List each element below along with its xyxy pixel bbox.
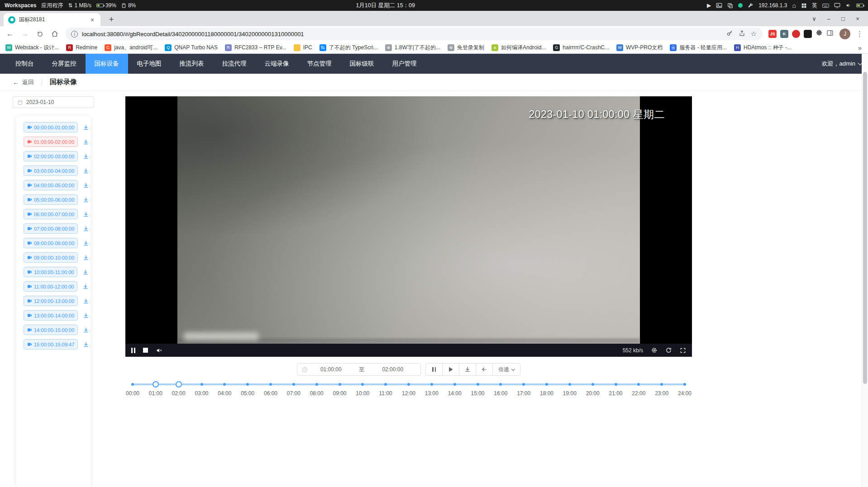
download-button[interactable] bbox=[459, 363, 476, 376]
bookmark-item-3[interactable]: QQNAP Turbo NAS bbox=[165, 44, 218, 51]
timeline-stop-dot-23[interactable] bbox=[660, 383, 663, 386]
wrench-icon[interactable] bbox=[748, 3, 754, 9]
page-scrollbar[interactable] bbox=[862, 54, 868, 487]
browser-home-icon[interactable] bbox=[50, 30, 59, 38]
fullscreen-icon[interactable] bbox=[680, 347, 686, 354]
timeline-handle-end[interactable] bbox=[176, 381, 182, 388]
segment-button-7[interactable]: 07:00:00-08:00:00 bbox=[24, 223, 78, 234]
timeline-stop-dot-19[interactable] bbox=[568, 383, 571, 386]
bookmark-item-0[interactable]: WWebstack - 设计... bbox=[5, 44, 59, 52]
segment-download-icon[interactable] bbox=[83, 327, 89, 333]
bookmark-item-5[interactable]: IPC bbox=[294, 44, 312, 51]
range-start-value[interactable]: 01:00:00 bbox=[308, 366, 354, 373]
tab-search-icon[interactable]: ∨ bbox=[807, 15, 821, 22]
rewind-button[interactable] bbox=[476, 363, 493, 376]
nav-item-0[interactable]: 控制台 bbox=[6, 54, 43, 74]
segment-button-3[interactable]: 03:00:00-04:00:00 bbox=[24, 165, 78, 176]
bookmark-item-6[interactable]: 知了不起的 TypeScri... bbox=[320, 44, 378, 52]
timeline-stop-dot-8[interactable] bbox=[315, 383, 318, 386]
scrollbar-thumb[interactable] bbox=[863, 72, 867, 384]
window-minimize-button[interactable]: – bbox=[822, 15, 835, 22]
segment-download-icon[interactable] bbox=[83, 168, 89, 174]
password-key-icon[interactable] bbox=[726, 30, 733, 38]
timeline-stop-dot-12[interactable] bbox=[407, 383, 410, 386]
segment-download-icon[interactable] bbox=[83, 255, 89, 261]
browser-forward-icon[interactable]: → bbox=[20, 30, 29, 38]
timeline-stop-dot-14[interactable] bbox=[453, 383, 456, 386]
volume-icon[interactable] bbox=[845, 3, 851, 8]
segment-button-12[interactable]: 12:00:00-13:00:00 bbox=[24, 296, 78, 306]
timeline-stop-dot-16[interactable] bbox=[499, 383, 502, 386]
clipboard-icon[interactable] bbox=[727, 3, 733, 9]
bookmark-item-13[interactable]: HHDAtmos :: 种子 -... bbox=[734, 44, 792, 52]
applications-menu[interactable]: 应用程序 bbox=[41, 2, 63, 9]
segment-download-icon[interactable] bbox=[83, 182, 89, 189]
extension-icon[interactable]: K bbox=[780, 30, 788, 38]
segment-button-1[interactable]: 01:00:00-02:00:00 bbox=[24, 137, 78, 147]
profile-avatar[interactable]: J bbox=[839, 28, 850, 39]
input-language-indicator[interactable]: 英 bbox=[812, 2, 817, 9]
timeline-stop-dot-0[interactable] bbox=[131, 383, 134, 386]
bookmark-star-icon[interactable]: ☆ bbox=[751, 30, 757, 38]
segment-download-icon[interactable] bbox=[83, 226, 89, 232]
segment-download-icon[interactable] bbox=[83, 197, 89, 203]
segment-button-4[interactable]: 04:00:00-05:00:00 bbox=[24, 180, 78, 190]
screenshot-icon[interactable] bbox=[716, 3, 722, 8]
segment-button-15[interactable]: 15:00:00-15:09:47 bbox=[24, 339, 78, 350]
nav-item-6[interactable]: 云端录像 bbox=[256, 54, 298, 74]
nav-item-8[interactable]: 国标级联 bbox=[341, 54, 383, 74]
pause-button[interactable] bbox=[425, 363, 443, 376]
nav-item-5[interactable]: 拉流代理 bbox=[213, 54, 256, 74]
bookmark-item-4[interactable]: RRFC2833 – RTP Ev... bbox=[225, 44, 286, 51]
segment-button-6[interactable]: 06:00:00-07:00:00 bbox=[24, 209, 78, 219]
url-omnibox[interactable]: i localhost:38080/#/gbRecordDetail/34020… bbox=[65, 28, 763, 40]
timeline-stop-dot-7[interactable] bbox=[292, 383, 295, 386]
window-maximize-button[interactable]: □ bbox=[836, 15, 850, 22]
date-picker-input[interactable]: 2023-01-10 bbox=[13, 96, 94, 108]
segment-download-icon[interactable] bbox=[83, 124, 89, 131]
range-end-value[interactable]: 02:00:00 bbox=[370, 366, 416, 373]
extension-icon[interactable] bbox=[792, 30, 800, 38]
timeline-stop-dot-18[interactable] bbox=[545, 383, 548, 386]
timeline-stop-dot-22[interactable] bbox=[637, 383, 640, 386]
bookmark-item-8[interactable]: ⊕免登录复制 bbox=[448, 44, 484, 52]
settings-gear-icon[interactable] bbox=[651, 347, 658, 354]
segment-download-icon[interactable] bbox=[83, 298, 89, 304]
segment-button-5[interactable]: 05:00:00-06:00:00 bbox=[24, 194, 78, 205]
segment-button-8[interactable]: 08:00:00-09:00:00 bbox=[24, 238, 78, 248]
bookmark-item-7[interactable]: ⊕1.8W字|了不起的... bbox=[385, 44, 440, 52]
timeline-stop-dot-3[interactable] bbox=[200, 383, 203, 386]
browser-reload-icon[interactable] bbox=[35, 31, 44, 38]
extension-icon[interactable] bbox=[804, 30, 812, 38]
home-icon[interactable]: ⌂ bbox=[792, 2, 796, 9]
bookmarks-overflow-icon[interactable]: » bbox=[858, 44, 862, 52]
timeline-stop-dot-13[interactable] bbox=[430, 383, 433, 386]
segment-button-2[interactable]: 02:00:00-03:00:00 bbox=[24, 151, 78, 161]
tab-close-icon[interactable]: × bbox=[89, 16, 96, 24]
timeline-stop-dot-4[interactable] bbox=[223, 383, 226, 386]
status-circle-icon[interactable] bbox=[738, 3, 743, 8]
bookmark-item-1[interactable]: RRedmine bbox=[66, 44, 97, 51]
timeline-stop-dot-15[interactable] bbox=[477, 383, 479, 386]
segment-download-icon[interactable] bbox=[83, 211, 89, 217]
nav-item-4[interactable]: 推流列表 bbox=[171, 54, 213, 74]
nav-item-1[interactable]: 分屏监控 bbox=[43, 54, 86, 74]
timeline-stop-dot-11[interactable] bbox=[384, 383, 387, 386]
keyboard-icon[interactable] bbox=[822, 3, 829, 8]
segment-button-10[interactable]: 10:00:00-11:00:00 bbox=[24, 267, 77, 277]
ip-address[interactable]: 192.168.1.3 bbox=[758, 2, 787, 9]
taskbar-clock[interactable]: 1月10日 星期二 15：09 bbox=[356, 0, 415, 11]
workspace-grid-icon[interactable] bbox=[801, 3, 807, 9]
segment-download-icon[interactable] bbox=[83, 240, 89, 246]
stop-icon[interactable] bbox=[143, 348, 148, 353]
battery-tray-icon[interactable] bbox=[856, 4, 863, 7]
back-button[interactable]: ← 返回 bbox=[13, 78, 34, 86]
segment-button-11[interactable]: 11:00:00-12:00:00 bbox=[24, 281, 77, 292]
url-text[interactable]: localhost:38080/#/gbRecordDetail/3402000… bbox=[82, 31, 722, 38]
timeline-track[interactable] bbox=[133, 381, 685, 388]
speed-dropdown-button[interactable]: 倍速 bbox=[492, 363, 520, 376]
timeline-stop-dot-20[interactable] bbox=[591, 383, 594, 386]
segment-button-9[interactable]: 09:00:00-10:00:00 bbox=[24, 252, 78, 263]
extensions-puzzle-icon[interactable] bbox=[816, 29, 823, 38]
refresh-icon[interactable] bbox=[665, 347, 672, 354]
